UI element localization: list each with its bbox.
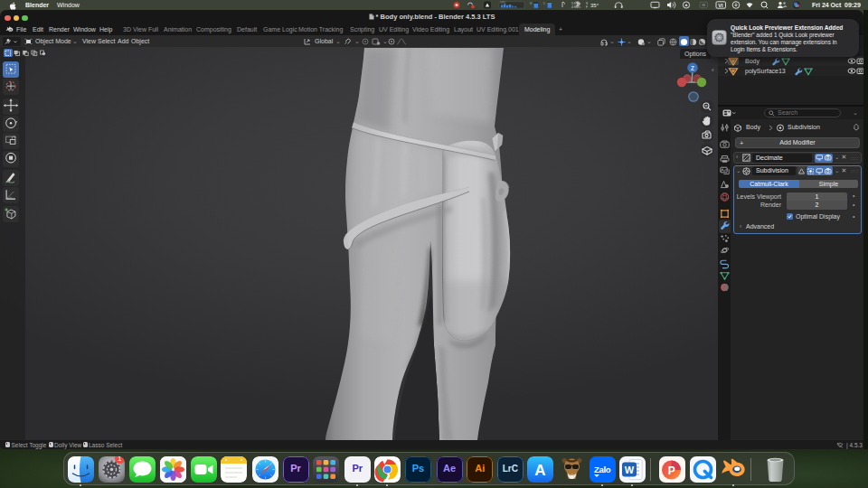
svg-text:A: A: [535, 462, 546, 479]
svg-text:VI: VI: [718, 3, 723, 8]
svg-text:M: M: [530, 2, 533, 5]
svg-text:F: F: [586, 5, 588, 9]
svg-text:W: W: [625, 465, 635, 475]
svg-text:CPU: CPU: [500, 1, 505, 5]
svg-text:P: P: [667, 465, 675, 477]
svg-text:35°: 35°: [590, 3, 599, 8]
svg-text:D: D: [543, 2, 545, 5]
svg-text:Z: Z: [691, 65, 694, 71]
